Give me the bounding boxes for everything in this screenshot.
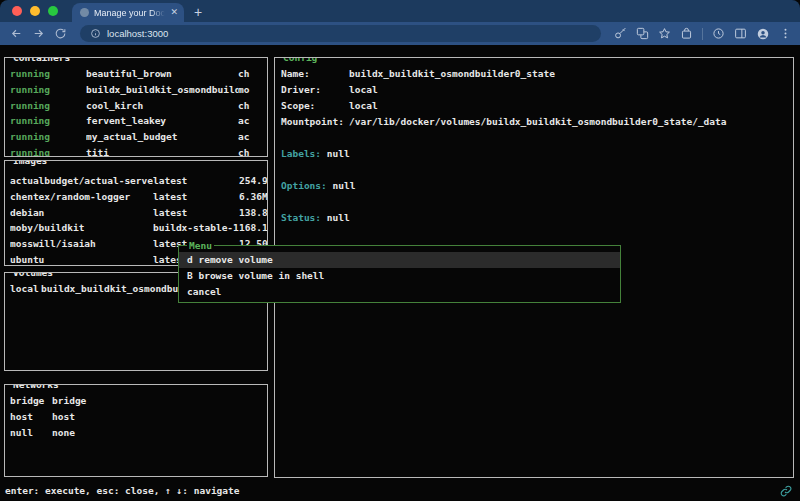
url-text: localhost:3000 <box>107 28 168 39</box>
images-panel-title: Images <box>11 160 49 166</box>
translate-icon[interactable] <box>636 27 649 40</box>
menu-popup-title: Menu <box>187 240 214 251</box>
image-size: 138.84 <box>239 205 267 221</box>
container-name: fervent_leakey <box>86 113 238 129</box>
config-prop-value: null <box>327 148 350 159</box>
image-row[interactable]: actualbudget/actual-server latest 254.90 <box>10 173 267 189</box>
url-bar[interactable]: localhost:3000 <box>80 25 601 42</box>
config-field: Mountpoint:/var/lib/docker/volumes/build… <box>281 114 793 130</box>
container-state: running <box>10 98 86 114</box>
config-field-value: local <box>349 84 378 95</box>
image-name: mosswill/isaiah <box>10 236 153 252</box>
container-name: beautiful_brown <box>86 66 238 82</box>
network-name: null <box>10 425 52 441</box>
traffic-lights <box>12 0 72 22</box>
network-row[interactable]: host host <box>10 409 267 425</box>
back-icon[interactable] <box>10 27 23 40</box>
new-tab-button[interactable]: + <box>194 5 202 19</box>
extensions-icon[interactable] <box>680 27 693 40</box>
menu-item[interactable]: cancel <box>179 284 620 300</box>
bookmark-star-icon[interactable] <box>658 27 671 40</box>
image-name: moby/buildkit <box>10 220 153 236</box>
menu-item[interactable]: B browse volume in shell <box>179 268 620 284</box>
network-row[interactable]: bridge bridge <box>10 393 267 409</box>
config-field-value: local <box>349 100 378 111</box>
container-row[interactable]: running my_actual_budget ac <box>10 129 267 145</box>
tab-favicon-icon <box>80 8 89 17</box>
volumes-panel-title: Volumes <box>11 272 55 278</box>
password-key-icon[interactable] <box>614 27 627 40</box>
container-image: ch <box>238 66 267 82</box>
browser-window: Manage your Docker fleet w ✕ + localhost… <box>0 0 800 501</box>
config-panel-title: Config <box>281 57 319 63</box>
container-row[interactable]: running buildx_buildkit_osmondbuilder0 m… <box>10 82 267 98</box>
image-tag: latest <box>153 173 239 189</box>
browser-toolbar: localhost:3000 <box>0 22 800 45</box>
connection-link-icon <box>780 485 792 497</box>
container-state: running <box>10 113 86 129</box>
forward-icon[interactable] <box>32 27 45 40</box>
containers-panel: Containers running beautiful_brown ch ru… <box>4 57 268 157</box>
terminal-app: Containers running beautiful_brown ch ru… <box>0 45 800 501</box>
image-name: actualbudget/actual-server <box>10 173 153 189</box>
containers-panel-title: Containers <box>11 57 72 63</box>
close-window-button[interactable] <box>12 6 22 16</box>
config-field: Scope:local <box>281 98 793 114</box>
browser-tab[interactable]: Manage your Docker fleet w ✕ <box>72 3 184 22</box>
config-prop: Labels: null <box>281 146 793 162</box>
config-prop-key: Options: <box>281 180 327 191</box>
status-bar: enter: execute, esc: close, ↑ ↓: navigat… <box>0 480 800 501</box>
container-name: cool_kirch <box>86 98 238 114</box>
container-name: my_actual_budget <box>86 129 238 145</box>
config-field: Driver:local <box>281 82 793 98</box>
container-state: running <box>10 82 86 98</box>
tab-close-icon[interactable]: ✕ <box>170 8 178 17</box>
status-bar-hints: enter: execute, esc: close, ↑ ↓: navigat… <box>5 485 780 496</box>
network-row[interactable]: null none <box>10 425 267 441</box>
profile-avatar[interactable] <box>756 27 770 41</box>
container-image: ch <box>238 145 267 157</box>
menu-item[interactable]: d remove volume <box>179 252 620 268</box>
container-row[interactable]: running beautiful_brown ch <box>10 66 267 82</box>
history-clock-icon[interactable] <box>712 27 725 40</box>
image-size: 168.13 <box>239 220 267 236</box>
image-size: 254.90 <box>239 173 267 189</box>
config-prop-value: null <box>333 180 356 191</box>
network-name: bridge <box>10 393 52 409</box>
browser-menu-kebab-icon[interactable] <box>779 27 792 40</box>
container-image: ac <box>238 113 267 129</box>
image-row[interactable]: debian latest 138.84 <box>10 205 267 221</box>
container-row[interactable]: running fervent_leakey ac <box>10 113 267 129</box>
zoom-window-button[interactable] <box>48 6 58 16</box>
minimize-window-button[interactable] <box>30 6 40 16</box>
container-image: ac <box>238 129 267 145</box>
container-row[interactable]: running titi ch <box>10 145 267 157</box>
config-field-key: Scope: <box>281 98 349 114</box>
container-state: running <box>10 129 86 145</box>
config-prop-value: null <box>327 212 350 223</box>
config-field-value: /var/lib/docker/volumes/buildx_buildkit_… <box>349 116 727 127</box>
image-row[interactable]: chentex/random-logger latest 6.36MB <box>10 189 267 205</box>
container-name: buildx_buildkit_osmondbuilder0 <box>86 82 238 98</box>
config-field-value: buildx_buildkit_osmondbuilder0_state <box>349 68 555 79</box>
config-prop: Status: null <box>281 210 793 226</box>
networks-panel: Networks bridge bridge host host null <box>4 384 268 477</box>
container-state: running <box>10 145 86 157</box>
container-state: running <box>10 66 86 82</box>
container-image: mo <box>238 82 267 98</box>
container-row[interactable]: running cool_kirch ch <box>10 98 267 114</box>
menu-popup: Menu d remove volume B browse volume in … <box>178 245 621 303</box>
tab-strip: Manage your Docker fleet w ✕ + <box>0 0 800 22</box>
reload-icon[interactable] <box>54 27 67 40</box>
image-row[interactable]: moby/buildkit buildx-stable-1 168.13 <box>10 220 267 236</box>
networks-panel-title: Networks <box>11 384 61 390</box>
site-info-icon[interactable] <box>90 28 101 39</box>
menu-item-label: B browse volume in shell <box>187 270 324 281</box>
network-name: host <box>10 409 52 425</box>
network-driver: none <box>52 425 267 441</box>
side-panel-icon[interactable] <box>734 27 747 40</box>
config-field: Name:buildx_buildkit_osmondbuilder0_stat… <box>281 66 793 82</box>
image-size: 6.36MB <box>239 189 267 205</box>
tab-title: Manage your Docker fleet w <box>94 8 165 18</box>
container-image: ch <box>238 98 267 114</box>
